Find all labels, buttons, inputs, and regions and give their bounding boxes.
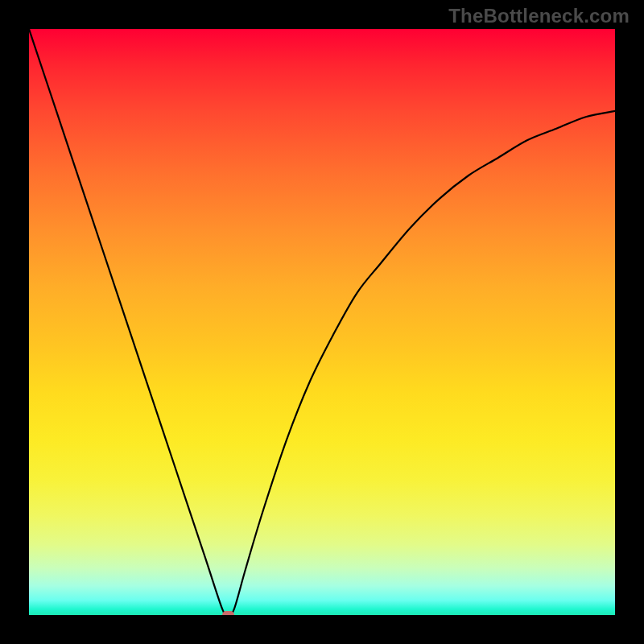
plot-area	[29, 29, 615, 615]
curve-minimum-marker	[222, 611, 234, 615]
curve-svg	[29, 29, 615, 615]
chart-frame: TheBottleneck.com	[0, 0, 644, 644]
watermark-text: TheBottleneck.com	[448, 5, 630, 27]
bottleneck-curve-path	[29, 29, 615, 615]
